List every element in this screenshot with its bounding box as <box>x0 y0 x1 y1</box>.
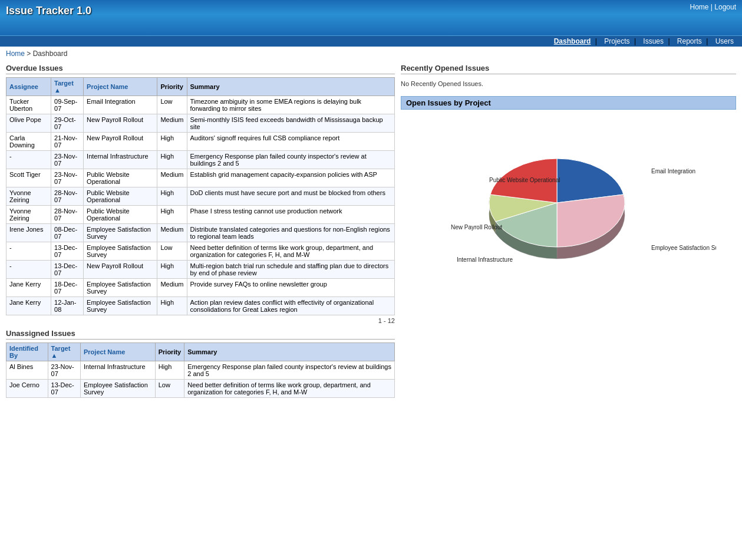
table-row: Irene Jones 08-Dec-07 Employee Satisfact… <box>6 224 395 242</box>
sort-project-u[interactable]: Project Name <box>84 348 125 355</box>
cell-priority: Medium <box>157 169 187 187</box>
cell-project: Employee Satisfaction Survey <box>81 380 156 398</box>
cell-summary: Emergency Response plan failed county in… <box>187 151 395 169</box>
table-row: Yvonne Zeiring 28-Nov-07 Public Website … <box>6 206 395 224</box>
overdue-table-body: Tucker Uberton 09-Sep-07 Email Integrati… <box>6 96 395 315</box>
sort-assignee[interactable]: Assignee <box>9 83 38 90</box>
cell-summary: Auditors' signoff requires full CSB comp… <box>187 133 395 151</box>
cell-assignee: - <box>6 151 51 169</box>
cell-project: Public Website Operational <box>84 206 157 224</box>
right-column: Recently Opened Issues No Recently Opene… <box>401 64 736 401</box>
nav-issues[interactable]: Issues <box>641 36 666 47</box>
table-row: Joe Cerno 13-Dec-07 Employee Satisfactio… <box>6 380 395 398</box>
nav-dashboard[interactable]: Dashboard <box>552 36 593 47</box>
home-link[interactable]: Home <box>690 3 708 11</box>
recently-opened-title: Recently Opened Issues <box>401 64 736 74</box>
table-row: - 13-Dec-07 New Payroll Rollout High Mul… <box>6 261 395 279</box>
cell-target: 28-Nov-07 <box>51 206 84 224</box>
cell-identified-by: Joe Cerno <box>6 380 48 398</box>
cell-summary: Action plan review dates conflict with e… <box>187 297 395 315</box>
cell-summary: Need better definition of terms like wor… <box>187 242 395 261</box>
sort-identified-by[interactable]: Identified By <box>9 345 38 359</box>
col-project-u: Project Name <box>81 343 156 361</box>
cell-summary: Timezone ambiguity in some EMEA regions … <box>187 96 395 114</box>
nav-users[interactable]: Users <box>713 36 736 47</box>
breadcrumb-home[interactable]: Home <box>6 50 25 58</box>
cell-target: 29-Oct-07 <box>51 114 84 133</box>
cell-project: Internal Infrastructure <box>84 151 157 169</box>
cell-priority: High <box>157 297 187 315</box>
cell-assignee: Olive Pope <box>6 114 51 133</box>
nav-projects[interactable]: Projects <box>602 36 632 47</box>
cell-target: 13-Dec-07 <box>51 261 84 279</box>
cell-priority: Low <box>157 242 187 261</box>
cell-summary: Semi-monthly ISIS feed exceeds bandwidth… <box>187 114 395 133</box>
col-target-u: Target ▲ <box>48 343 80 361</box>
table-row: Jane Kerry 18-Dec-07 Employee Satisfacti… <box>6 279 395 297</box>
cell-target: 08-Dec-07 <box>51 224 84 242</box>
cell-summary: Provide survey FAQs to online newsletter… <box>187 279 395 297</box>
pie-chart: Email IntegrationEmployee Satisfaction S… <box>421 114 716 279</box>
cell-identified-by: Al Bines <box>6 361 48 380</box>
cell-priority: High <box>157 187 187 206</box>
table-row: - 13-Dec-07 Employee Satisfaction Survey… <box>6 242 395 261</box>
cell-summary: Establish grid management capacity-expan… <box>187 169 395 187</box>
cell-priority: High <box>157 133 187 151</box>
overdue-table-header: Assignee Target ▲ Project Name Priority … <box>6 78 395 96</box>
cell-summary: DoD clients must have secure port and mu… <box>187 187 395 206</box>
left-column: Overdue Issues Assignee Target ▲ Project… <box>6 64 395 401</box>
top-nav: Home | Logout <box>690 3 736 11</box>
table-row: - 23-Nov-07 Internal Infrastructure High… <box>6 151 395 169</box>
open-issues-title: Open Issues by Project <box>401 96 736 110</box>
cell-target: 13-Dec-07 <box>51 242 84 261</box>
cell-project: New Payroll Rollout <box>84 114 157 133</box>
table-row: Tucker Uberton 09-Sep-07 Email Integrati… <box>6 96 395 114</box>
main-nav: Dashboard | Projects | Issues | Reports … <box>0 35 742 47</box>
table-row: Scott Tiger 23-Nov-07 Public Website Ope… <box>6 169 395 187</box>
cell-summary: Phase I stress testing cannot use produc… <box>187 206 395 224</box>
unassigned-issues-title: Unassigned Issues <box>6 329 395 340</box>
cell-assignee: Yvonne Zeiring <box>6 206 51 224</box>
cell-project: Public Website Operational <box>84 169 157 187</box>
cell-priority: Low <box>157 96 187 114</box>
sort-target-u[interactable]: Target ▲ <box>51 345 71 359</box>
cell-project: Employee Satisfaction Survey <box>84 297 157 315</box>
cell-priority: Medium <box>157 279 187 297</box>
cell-priority: Medium <box>157 114 187 133</box>
sort-target[interactable]: Target ▲ <box>54 80 74 94</box>
col-assignee: Assignee <box>6 78 51 96</box>
cell-summary: Distribute translated categories and que… <box>187 224 395 242</box>
cell-target: 23-Nov-07 <box>51 151 84 169</box>
cell-assignee: Scott Tiger <box>6 169 51 187</box>
cell-target: 28-Nov-07 <box>51 187 84 206</box>
col-priority-u: Priority <box>155 343 184 361</box>
table-row: Olive Pope 29-Oct-07 New Payroll Rollout… <box>6 114 395 133</box>
cell-project: Employee Satisfaction Survey <box>84 242 157 261</box>
nav-reports[interactable]: Reports <box>675 36 704 47</box>
cell-target: 13-Dec-07 <box>48 380 80 398</box>
col-summary: Summary <box>187 78 395 96</box>
cell-project: Employee Satisfaction Survey <box>84 279 157 297</box>
cell-priority: High <box>157 206 187 224</box>
col-priority: Priority <box>157 78 187 96</box>
sort-project[interactable]: Project Name <box>87 83 128 90</box>
cell-project: Internal Infrastructure <box>81 361 156 380</box>
svg-text:Internal Infrastructure: Internal Infrastructure <box>457 256 513 263</box>
open-issues-section: Open Issues by Project Email Integration… <box>401 96 736 279</box>
col-identified-by: Identified By <box>6 343 48 361</box>
svg-text:Public Website Operational: Public Website Operational <box>489 177 560 183</box>
cell-assignee: Irene Jones <box>6 224 51 242</box>
cell-summary: Need better definition of terms like wor… <box>184 380 395 398</box>
cell-target: 23-Nov-07 <box>51 169 84 187</box>
cell-priority: Low <box>155 380 184 398</box>
cell-assignee: Tucker Uberton <box>6 96 51 114</box>
unassigned-table-body: Al Bines 23-Nov-07 Internal Infrastructu… <box>6 361 395 398</box>
cell-summary: Multi-region batch trial run schedule an… <box>187 261 395 279</box>
cell-priority: High <box>157 151 187 169</box>
main-content: Overdue Issues Assignee Target ▲ Project… <box>0 61 742 404</box>
cell-project: New Payroll Rollout <box>84 133 157 151</box>
logout-link[interactable]: Logout <box>714 3 736 11</box>
app-title: Issue Tracker 1.0 <box>0 0 742 22</box>
cell-assignee: - <box>6 242 51 261</box>
cell-target: 21-Nov-07 <box>51 133 84 151</box>
